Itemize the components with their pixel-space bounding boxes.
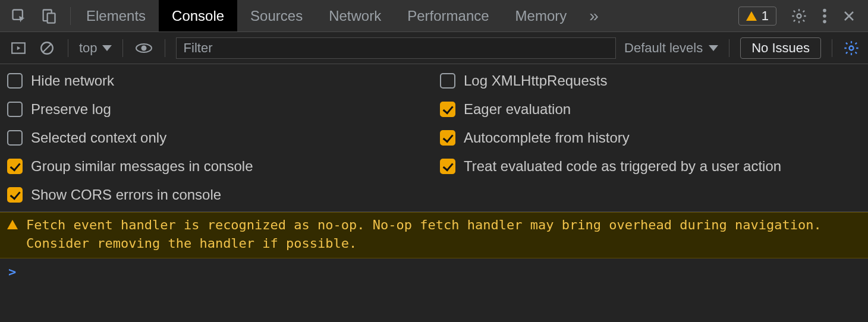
- checkbox[interactable]: [7, 187, 23, 203]
- option-label: Treat evaluated code as triggered by a u…: [464, 158, 781, 175]
- inspect-icon[interactable]: [11, 8, 27, 24]
- more-tabs-button[interactable]: »: [580, 0, 608, 31]
- tab-memory[interactable]: Memory: [502, 0, 580, 31]
- tabs-list: Elements Console Sources Network Perform…: [73, 0, 608, 31]
- tab-sources[interactable]: Sources: [237, 0, 316, 31]
- issues-button[interactable]: No Issues: [740, 37, 821, 59]
- divider: [832, 39, 832, 57]
- option-label: Selected context only: [31, 130, 166, 146]
- divider: [122, 39, 123, 57]
- kebab-menu-icon[interactable]: [822, 8, 828, 24]
- option-label: Autocomplete from history: [464, 130, 630, 146]
- checkbox[interactable]: [7, 102, 23, 117]
- divider: [729, 39, 729, 57]
- option-hide-network[interactable]: Hide network: [7, 72, 428, 89]
- console-warning-entry[interactable]: Fetch event handler is recognized as no-…: [0, 212, 868, 258]
- console-prompt[interactable]: >: [0, 258, 868, 285]
- chevron-down-icon: [102, 45, 112, 51]
- warning-count: 1: [762, 8, 769, 24]
- tab-label: Console: [172, 8, 224, 24]
- option-label: Group similar messages in console: [31, 158, 253, 175]
- issues-label: No Issues: [751, 40, 810, 55]
- settings-icon[interactable]: [791, 8, 807, 24]
- option-group-similar[interactable]: Group similar messages in console: [7, 158, 428, 175]
- divider: [70, 7, 71, 25]
- tab-label: Performance: [407, 8, 489, 24]
- live-expression-icon[interactable]: [134, 39, 154, 57]
- empty-cell: [440, 187, 861, 203]
- option-user-action[interactable]: Treat evaluated code as triggered by a u…: [440, 158, 861, 175]
- option-preserve-log[interactable]: Preserve log: [7, 101, 428, 118]
- svg-point-5: [823, 14, 826, 18]
- option-log-xhr[interactable]: Log XMLHttpRequests: [440, 72, 861, 89]
- tab-console[interactable]: Console: [159, 0, 237, 31]
- tabbar-right: 1: [727, 7, 868, 26]
- tab-label: Memory: [515, 8, 567, 24]
- checkbox[interactable]: [440, 73, 455, 89]
- warnings-badge[interactable]: 1: [738, 7, 776, 26]
- context-label: top: [79, 40, 98, 56]
- tab-network[interactable]: Network: [316, 0, 394, 31]
- toggle-sidebar-icon[interactable]: [8, 39, 29, 57]
- console-settings-panel: Hide network Log XMLHttpRequests Preserv…: [0, 64, 868, 212]
- tab-label: Network: [329, 8, 381, 24]
- svg-point-3: [797, 14, 801, 18]
- option-label: Show CORS errors in console: [31, 187, 221, 203]
- svg-point-10: [141, 46, 146, 50]
- warning-message: Fetch event handler is recognized as no-…: [26, 216, 861, 253]
- divider: [165, 39, 165, 57]
- svg-point-11: [850, 46, 854, 50]
- levels-label: Default levels: [624, 40, 703, 56]
- console-toolbar: top Default levels No Issues: [0, 32, 868, 64]
- console-settings-icon[interactable]: [843, 40, 860, 56]
- svg-point-6: [823, 20, 826, 23]
- tab-label: Sources: [250, 8, 303, 24]
- tab-performance[interactable]: Performance: [394, 0, 502, 31]
- option-label: Preserve log: [31, 101, 111, 118]
- svg-rect-2: [48, 13, 55, 23]
- divider: [68, 39, 68, 57]
- overflow-glyph: »: [589, 7, 599, 26]
- checkbox[interactable]: [7, 130, 23, 146]
- warning-icon: [7, 220, 18, 229]
- tab-label: Elements: [86, 8, 146, 24]
- checkbox[interactable]: [440, 159, 455, 174]
- clear-console-icon[interactable]: [37, 39, 57, 57]
- close-icon[interactable]: [842, 9, 856, 23]
- option-selected-context[interactable]: Selected context only: [7, 130, 428, 146]
- checkbox[interactable]: [440, 130, 455, 146]
- device-toggle-icon[interactable]: [40, 8, 57, 24]
- filter-input[interactable]: [176, 37, 617, 59]
- svg-point-4: [823, 8, 826, 12]
- chevron-down-icon: [709, 45, 718, 51]
- tab-elements[interactable]: Elements: [73, 0, 159, 31]
- log-levels-selector[interactable]: Default levels: [624, 40, 718, 56]
- option-label: Eager evaluation: [464, 101, 571, 118]
- warning-icon: [746, 11, 757, 21]
- context-selector[interactable]: top: [79, 40, 112, 56]
- option-autocomplete-history[interactable]: Autocomplete from history: [440, 130, 861, 146]
- option-label: Log XMLHttpRequests: [464, 72, 607, 89]
- checkbox[interactable]: [7, 73, 23, 89]
- devtools-tabbar: Elements Console Sources Network Perform…: [0, 0, 868, 32]
- option-cors-errors[interactable]: Show CORS errors in console: [7, 187, 428, 203]
- option-eager-eval[interactable]: Eager evaluation: [440, 101, 861, 118]
- tabbar-left-icons: [0, 8, 68, 24]
- option-label: Hide network: [31, 72, 114, 89]
- checkbox[interactable]: [440, 102, 455, 117]
- prompt-caret-icon: >: [8, 264, 16, 279]
- checkbox[interactable]: [7, 159, 23, 174]
